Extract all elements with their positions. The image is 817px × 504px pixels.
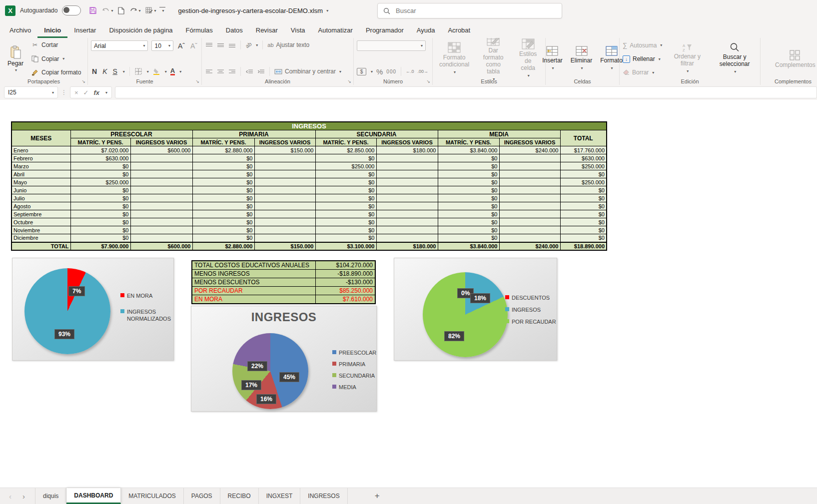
dialog-launcher-icon[interactable]: ↘ [195,79,199,84]
cell[interactable]: $150.000 [254,242,315,250]
cell[interactable] [376,218,438,226]
increase-decimal-icon[interactable]: ←.0 [406,69,414,74]
cell[interactable]: $0 [438,218,499,226]
legend-item-ingresos-normalizados[interactable]: INGRESOS NORMALIZADOS [120,308,172,322]
align-center-icon[interactable] [216,69,224,74]
cell[interactable]: $0 [315,178,376,186]
cell[interactable] [499,186,560,194]
cell[interactable] [254,234,315,242]
cell[interactable] [254,226,315,234]
cell[interactable] [376,194,438,202]
cell[interactable]: $2.850.000 [315,146,376,154]
legend-item-ingresos[interactable]: INGRESOS [505,306,556,313]
cell[interactable]: Febrero [11,154,70,162]
menu-tab-datos[interactable]: Datos [219,23,249,38]
cell[interactable]: $3.840.000 [438,146,499,154]
cell[interactable]: $600.000 [130,146,192,154]
menu-tab-revisar[interactable]: Revisar [249,23,284,38]
chart-2[interactable]: INGRESOS PREESCOLARPRIMARIASECUNDARIAMED… [191,306,377,412]
cell[interactable]: $0 [70,234,130,242]
summary-value[interactable]: $104.270.000 [316,262,375,269]
cell[interactable] [130,226,192,234]
cell[interactable]: $0 [315,210,376,218]
cell[interactable]: $2.880.000 [192,242,254,250]
cell[interactable] [499,234,560,242]
cell[interactable]: $0 [438,162,499,170]
comma-style-icon[interactable]: 000 [386,69,396,74]
cell[interactable]: $630.000 [560,154,607,162]
customize-toolbar-icon[interactable]: ▾ [159,7,165,14]
sheet-tab-ingresos[interactable]: INGRESOS [300,488,347,504]
table-draw-icon[interactable]: ▾ [144,6,157,15]
cell[interactable] [254,218,315,226]
cell[interactable]: $0 [70,226,130,234]
cell[interactable]: $240.000 [499,146,560,154]
cell[interactable]: $0 [192,218,254,226]
cell[interactable] [499,162,560,170]
add-sheet-button[interactable]: + [369,488,386,504]
summary-label[interactable]: TOTAL COSTOS EDUCATIVOS ANUALES [192,261,316,269]
cell[interactable]: $150.000 [254,146,315,154]
insert-cells-button[interactable]: Insertar ▾ [539,46,566,72]
cell[interactable]: $630.000 [70,154,130,162]
cell[interactable]: $0 [315,194,376,202]
addins-button[interactable]: Complementos [772,49,817,68]
orientation-icon[interactable]: ab [244,41,253,49]
cell[interactable]: $0 [438,194,499,202]
cell[interactable]: $0 [192,234,254,242]
cell[interactable]: $0 [560,234,607,242]
cell[interactable]: $7.900.000 [70,242,130,250]
check-icon[interactable]: ✓ [83,89,89,96]
cell[interactable] [499,202,560,210]
cell[interactable] [130,194,192,202]
cell[interactable] [254,178,315,186]
cell[interactable] [130,186,192,194]
cell[interactable] [130,178,192,186]
cell[interactable]: Junio [11,186,70,194]
accounting-format-icon[interactable]: $ [357,68,366,75]
cell[interactable] [499,154,560,162]
cell[interactable]: $0 [315,218,376,226]
cell[interactable]: $0 [315,186,376,194]
insert-function-icon[interactable]: fx [94,89,100,96]
font-color-icon[interactable]: A [170,67,175,75]
autosave-toggle[interactable] [62,5,81,15]
cancel-icon[interactable]: × [74,89,78,96]
cell[interactable] [376,234,438,242]
cell[interactable] [499,218,560,226]
cell[interactable]: $0 [560,218,607,226]
menu-tab-archivo[interactable]: Archivo [3,23,37,38]
align-left-icon[interactable] [205,69,213,74]
cell[interactable]: $0 [438,154,499,162]
cell[interactable] [130,202,192,210]
cell-styles-button[interactable]: Estilos de celda ▾ [514,38,542,79]
cell[interactable]: $0 [192,210,254,218]
conditional-format-button[interactable]: Formato condicional ▾ [436,42,473,76]
cell[interactable]: $0 [70,210,130,218]
align-bottom-icon[interactable] [228,42,236,48]
dialog-launcher-icon[interactable]: ↘ [81,79,85,84]
borders-icon[interactable] [134,68,142,75]
cell[interactable]: $250.000 [560,162,607,170]
cell[interactable]: Marzo [11,162,70,170]
align-middle-icon[interactable] [216,42,224,48]
cell[interactable]: Agosto [11,202,70,210]
cell[interactable]: $0 [192,226,254,234]
cell[interactable] [130,170,192,178]
cell[interactable]: $0 [438,186,499,194]
cell[interactable]: $0 [70,202,130,210]
menu-tab-automatizar[interactable]: Automatizar [312,23,359,38]
cell[interactable]: $0 [315,234,376,242]
paste-button[interactable]: Pegar ▾ [3,40,28,77]
cell[interactable]: $0 [315,170,376,178]
cell[interactable]: $0 [192,186,254,194]
sheet-tab-dashboard[interactable]: DASHBOARD [66,488,121,504]
cell[interactable]: $2.880.000 [192,146,254,154]
cell[interactable]: $180.000 [376,146,438,154]
wrap-text-button[interactable]: ab Ajustar texto [267,41,309,48]
chart-3[interactable]: DESCUENTOSINGRESOSPOR RECAUDAR 0%18%82% [394,258,557,361]
new-document-icon[interactable] [116,6,126,15]
sheet-prev-icon[interactable]: ‹ [9,492,11,501]
cell[interactable]: $600.000 [130,242,192,250]
cell[interactable]: $0 [315,226,376,234]
